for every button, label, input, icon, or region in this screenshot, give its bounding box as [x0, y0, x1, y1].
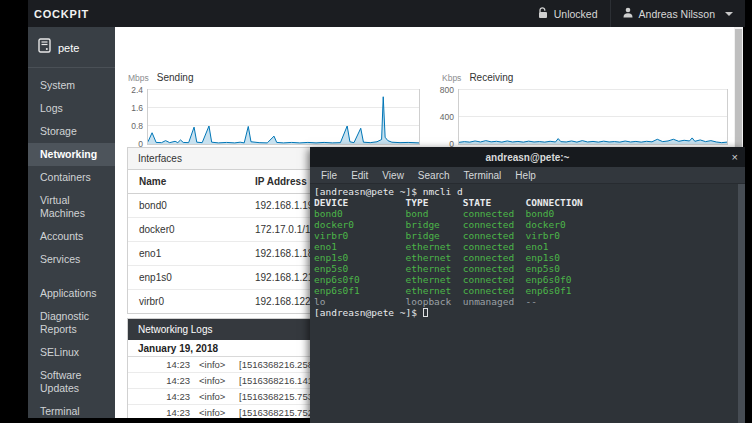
- interface-ip: 192.168.1.18: [255, 248, 313, 259]
- terminal-title: andreasn@pete:~: [310, 152, 745, 163]
- terminal-menu-edit[interactable]: Edit: [344, 170, 375, 181]
- terminal-titlebar[interactable]: andreasn@pete:~ ×: [310, 147, 745, 167]
- unlock-icon: [538, 7, 548, 21]
- interface-name: docker0: [128, 224, 255, 235]
- interface-ip: 172.17.0.1/16: [255, 224, 316, 235]
- terminal-line: DEVICE TYPE STATE CONNECTION: [314, 197, 738, 208]
- sidebar-item-terminal[interactable]: Terminal: [28, 400, 115, 423]
- terminal-line: enp6s0f1 ethernet connected enp6s0f1: [314, 285, 738, 296]
- column-header-ip: IP Address: [255, 176, 307, 187]
- sidebar-nav: SystemLogsStorageNetworkingContainersVir…: [28, 74, 115, 423]
- terminal-line: enp1s0 ethernet connected enp1s0: [314, 252, 738, 263]
- log-text: <info>: [199, 359, 239, 370]
- y-axis-tick: 1.6: [115, 103, 143, 113]
- host-name: pete: [58, 42, 79, 54]
- column-header-name: Name: [128, 176, 255, 187]
- log-text: <info>: [199, 375, 239, 386]
- receiving-series: [459, 90, 727, 144]
- interface-name: eno1: [128, 248, 255, 259]
- interface-ip: 192.168.1.21: [255, 272, 313, 283]
- terminal-line: lo loopback unmanaged --: [314, 296, 738, 307]
- interface-ip: 192.168.1.19: [255, 200, 313, 211]
- unlocked-button[interactable]: Unlocked: [526, 0, 610, 27]
- interface-name: enp1s0: [128, 272, 255, 283]
- terminal-menu-terminal[interactable]: Terminal: [457, 170, 509, 181]
- receiving-plot: 040080014:2014:2114:2214:2314:24: [458, 89, 728, 145]
- terminal-scrollbar[interactable]: [738, 184, 745, 423]
- sidebar-item-logs[interactable]: Logs: [28, 97, 115, 120]
- terminal-line: virbr0 bridge connected virbr0: [314, 230, 738, 241]
- terminal-menu-file[interactable]: File: [314, 170, 344, 181]
- y-axis-tick: 2.4: [115, 85, 143, 95]
- sidebar-item-applications[interactable]: Applications: [28, 282, 115, 305]
- close-icon[interactable]: ×: [732, 147, 738, 167]
- terminal-menu-search[interactable]: Search: [411, 170, 457, 181]
- user-icon: [623, 7, 633, 20]
- terminal-menubar: FileEditViewSearchTerminalHelp: [310, 167, 745, 184]
- terminal-cursor: [423, 308, 428, 317]
- server-icon: [38, 38, 51, 57]
- interface-name: bond0: [128, 200, 255, 211]
- sending-title: Sending: [157, 72, 194, 83]
- sidebar-item-system[interactable]: System: [28, 74, 115, 97]
- top-header-bar: COCKPIT Unlocked Andreas Nilsson: [28, 0, 745, 27]
- y-axis-tick: 0.8: [115, 121, 143, 131]
- terminal-window: andreasn@pete:~ × FileEditViewSearchTerm…: [310, 147, 745, 423]
- y-axis-tick: 800: [424, 85, 454, 95]
- unlocked-label: Unlocked: [554, 8, 598, 20]
- header-controls: Unlocked Andreas Nilsson: [526, 0, 745, 27]
- interface-name: virbr0: [128, 296, 255, 307]
- terminal-content[interactable]: [andreasn@pete ~]$ nmcli dDEVICE TYPE ST…: [310, 184, 738, 423]
- log-text: <info>: [199, 407, 239, 418]
- sidebar: pete SystemLogsStorageNetworkingContaine…: [28, 27, 115, 418]
- log-text: 14:23: [128, 391, 190, 402]
- receiving-title: Receiving: [469, 72, 513, 83]
- log-text: 14:23: [128, 359, 190, 370]
- terminal-line: docker0 bridge connected docker0: [314, 219, 738, 230]
- terminal-line: bond0 bond connected bond0: [314, 208, 738, 219]
- cockpit-brand: COCKPIT: [28, 8, 89, 20]
- sidebar-item-services[interactable]: Services: [28, 248, 115, 271]
- sidebar-item-containers[interactable]: Containers: [28, 166, 115, 189]
- terminal-line: [andreasn@pete ~]$ nmcli d: [314, 186, 738, 197]
- page-scrollbar-thumb[interactable]: [735, 29, 742, 157]
- terminal-line: enp5s0 ethernet connected enp5s0: [314, 263, 738, 274]
- desktop: COCKPIT Unlocked Andreas Nilsson: [0, 0, 752, 423]
- log-text: 14:23: [128, 407, 190, 418]
- terminal-menu-help[interactable]: Help: [508, 170, 543, 181]
- user-menu-button[interactable]: Andreas Nilsson: [611, 0, 745, 27]
- sidebar-item-diagnostic-reports[interactable]: Diagnostic Reports: [28, 305, 115, 341]
- terminal-line: [andreasn@pete ~]$: [314, 307, 738, 318]
- receiving-unit-label: Kbps: [442, 73, 461, 83]
- sidebar-item-networking[interactable]: Networking: [28, 143, 115, 166]
- sidebar-divider: [28, 67, 115, 68]
- sending-plot: 00.81.62.414:2014:2114:2214:2314:24: [147, 89, 420, 145]
- terminal-line: enp6s0f0 ethernet connected enp6s0f0: [314, 274, 738, 285]
- terminal-menu-view[interactable]: View: [375, 170, 411, 181]
- y-axis-tick: 400: [424, 112, 454, 122]
- sidebar-item-storage[interactable]: Storage: [28, 120, 115, 143]
- sending-series: [148, 90, 419, 144]
- log-text: 14:23: [128, 375, 190, 386]
- user-name: Andreas Nilsson: [639, 8, 715, 20]
- sidebar-item-selinux[interactable]: SELinux: [28, 341, 115, 364]
- chevron-down-icon: [725, 12, 733, 16]
- sidebar-item-virtual-machines[interactable]: Virtual Machines: [28, 189, 115, 225]
- sidebar-item-accounts[interactable]: Accounts: [28, 225, 115, 248]
- terminal-line: eno1 ethernet connected eno1: [314, 241, 738, 252]
- log-text: <info>: [199, 391, 239, 402]
- sidebar-item-software-updates[interactable]: Software Updates: [28, 364, 115, 400]
- host-selector[interactable]: pete: [28, 27, 115, 67]
- sending-unit-label: Mbps: [128, 73, 149, 83]
